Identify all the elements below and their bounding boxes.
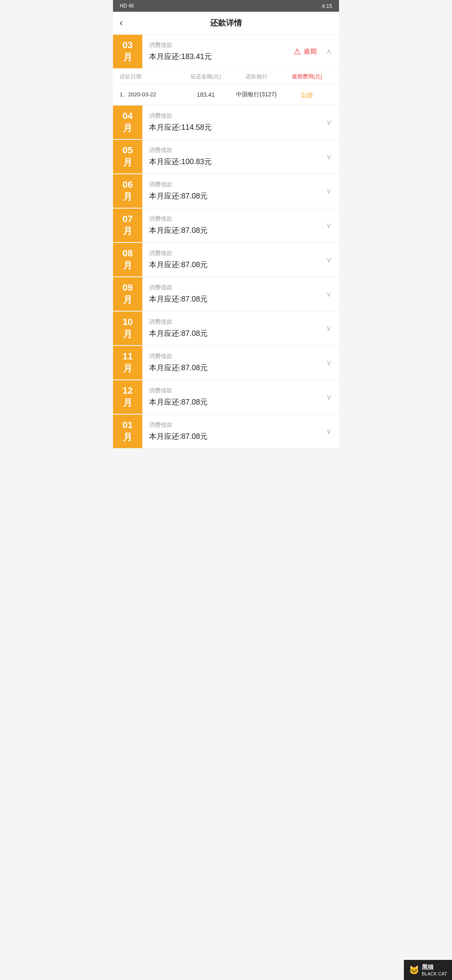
chevron-toggle-august[interactable]: ∨ <box>318 248 339 271</box>
month-amount: 本月应还:87.08元 <box>149 397 312 407</box>
month-header-september[interactable]: 09 月 消费借款 本月应还:87.08元 ∨ <box>113 277 339 311</box>
month-number: 09 <box>123 282 133 294</box>
col-amount: 应还金额(元) <box>180 73 231 80</box>
month-section-april: 04 月 消费借款 本月应还:114.58元 ∨ <box>113 106 339 139</box>
chevron-toggle-september[interactable]: ∨ <box>318 283 339 305</box>
chevron-toggle-july[interactable]: ∨ <box>318 214 339 237</box>
month-badge-october: 10 月 <box>113 312 142 345</box>
month-header-january[interactable]: 01 月 消费借款 本月应还:87.08元 ∨ <box>113 415 339 448</box>
month-amount: 本月应还:183.41元 <box>149 52 287 62</box>
month-info-may: 消费借款 本月应还:100.83元 <box>142 141 318 173</box>
month-amount: 本月应还:87.08元 <box>149 191 312 201</box>
month-amount: 本月应还:100.83元 <box>149 157 312 167</box>
month-unit: 月 <box>123 157 132 169</box>
chevron-toggle-december[interactable]: ∨ <box>318 386 339 408</box>
month-info-november: 消费借款 本月应还:87.08元 <box>142 347 318 379</box>
month-header-october[interactable]: 10 月 消费借款 本月应还:87.08元 ∨ <box>113 312 339 345</box>
month-unit: 月 <box>123 260 132 272</box>
month-header-march[interactable]: 03 月 消费借款 本月应还:183.41元 ⚠ 逾期 ∧ <box>113 35 339 69</box>
month-badge-april: 04 月 <box>113 106 142 139</box>
month-amount: 本月应还:114.58元 <box>149 122 312 132</box>
month-section-august: 08 月 消费借款 本月应还:87.08元 ∨ <box>113 243 339 276</box>
month-section-december: 12 月 消费借款 本月应还:87.08元 ∨ <box>113 380 339 414</box>
month-info-december: 消费借款 本月应还:87.08元 <box>142 381 318 413</box>
back-button[interactable]: ‹ <box>120 18 123 28</box>
status-time: 4:15 <box>322 3 332 9</box>
month-unit: 月 <box>123 294 132 306</box>
month-badge-january: 01 月 <box>113 415 142 448</box>
month-badge-september: 09 月 <box>113 277 142 311</box>
month-header-august[interactable]: 08 月 消费借款 本月应还:87.08元 ∨ <box>113 243 339 276</box>
month-number: 08 <box>123 248 133 260</box>
month-number: 12 <box>123 385 133 397</box>
loan-type: 消费借款 <box>149 353 312 360</box>
month-info-october: 消费借款 本月应还:87.08元 <box>142 312 318 344</box>
page-title: 还款详情 <box>120 18 332 28</box>
overdue-status: ⚠ 逾期 <box>293 46 318 57</box>
month-amount: 本月应还:87.08元 <box>149 328 312 338</box>
month-number: 07 <box>123 213 133 225</box>
chevron-toggle-january[interactable]: ∨ <box>318 420 339 443</box>
month-section-october: 10 月 消费借款 本月应还:87.08元 ∨ <box>113 312 339 345</box>
month-badge-march: 03 月 <box>113 35 142 68</box>
month-info-september: 消费借款 本月应还:87.08元 <box>142 278 318 310</box>
month-amount: 本月应还:87.08元 <box>149 260 312 270</box>
loan-type: 消费借款 <box>149 284 312 291</box>
month-unit: 月 <box>123 431 132 444</box>
month-badge-june: 06 月 <box>113 174 142 208</box>
month-number: 03 <box>123 39 133 52</box>
month-header-november[interactable]: 11 月 消费借款 本月应还:87.08元 ∨ <box>113 346 339 379</box>
month-header-april[interactable]: 04 月 消费借款 本月应还:114.58元 ∨ <box>113 106 339 139</box>
month-unit: 月 <box>123 363 132 375</box>
month-unit: 月 <box>123 397 132 409</box>
month-number: 11 <box>123 351 133 363</box>
loan-type: 消费借款 <box>149 318 312 326</box>
month-number: 01 <box>123 419 133 431</box>
loan-type: 消费借款 <box>149 250 312 257</box>
row-bank: 中国银行(3127) <box>231 91 282 98</box>
month-header-july[interactable]: 07 月 消费借款 本月应还:87.08元 ∨ <box>113 209 339 242</box>
chevron-toggle-june[interactable]: ∨ <box>318 180 339 202</box>
month-info-april: 消费借款 本月应还:114.58元 <box>142 106 318 138</box>
loan-type: 消费借款 <box>149 147 312 154</box>
month-info-june: 消费借款 本月应还:87.08元 <box>142 175 318 207</box>
col-date: 还款日期 <box>120 73 180 80</box>
chevron-toggle-april[interactable]: ∨ <box>318 111 339 134</box>
month-section-july: 07 月 消费借款 本月应还:87.08元 ∨ <box>113 209 339 242</box>
overdue-icon: ⚠ <box>293 46 301 57</box>
month-unit: 月 <box>123 191 132 203</box>
chevron-toggle-march[interactable]: ∧ <box>318 40 339 63</box>
month-badge-may: 05 月 <box>113 140 142 173</box>
month-amount: 本月应还:87.08元 <box>149 431 312 441</box>
status-signal: HD 46 <box>120 3 134 9</box>
loan-type: 消费借款 <box>149 112 312 120</box>
table-header: 还款日期 应还金额(元) 还款银行 逾期费用(元) <box>113 69 339 85</box>
col-overdue-fee: 逾期费用(元) <box>282 73 332 80</box>
month-header-june[interactable]: 06 月 消费借款 本月应还:87.08元 ∨ <box>113 174 339 208</box>
month-section-june: 06 月 消费借款 本月应还:87.08元 ∨ <box>113 174 339 208</box>
status-bar: HD 46 4:15 <box>113 0 339 12</box>
col-bank: 还款银行 <box>231 73 282 80</box>
month-number: 05 <box>123 144 133 157</box>
chevron-toggle-october[interactable]: ∨ <box>318 317 339 340</box>
loan-type: 消费借款 <box>149 387 312 395</box>
month-badge-november: 11 月 <box>113 346 142 379</box>
loan-type: 消费借款 <box>149 215 312 223</box>
month-amount: 本月应还:87.08元 <box>149 363 312 373</box>
month-header-may[interactable]: 05 月 消费借款 本月应还:100.83元 ∨ <box>113 140 339 173</box>
month-header-december[interactable]: 12 月 消费借款 本月应还:87.08元 ∨ <box>113 380 339 414</box>
month-unit: 月 <box>123 52 132 64</box>
month-unit: 月 <box>123 225 132 237</box>
month-info-july: 消费借款 本月应还:87.08元 <box>142 209 318 241</box>
content-area: 03 月 消费借款 本月应还:183.41元 ⚠ 逾期 ∧ 还款日期 应还金额(… <box>113 35 339 448</box>
month-amount: 本月应还:87.08元 <box>149 225 312 235</box>
month-info-march: 消费借款 本月应还:183.41元 <box>142 36 293 67</box>
chevron-toggle-may[interactable]: ∨ <box>318 145 339 168</box>
month-unit: 月 <box>123 328 132 340</box>
row-amount: 183.41 <box>180 91 231 98</box>
loan-type: 消费借款 <box>149 181 312 188</box>
chevron-toggle-november[interactable]: ∨ <box>318 351 339 374</box>
overdue-label: 逾期 <box>303 47 317 56</box>
loan-type: 消费借款 <box>149 421 312 429</box>
month-unit: 月 <box>123 122 132 134</box>
